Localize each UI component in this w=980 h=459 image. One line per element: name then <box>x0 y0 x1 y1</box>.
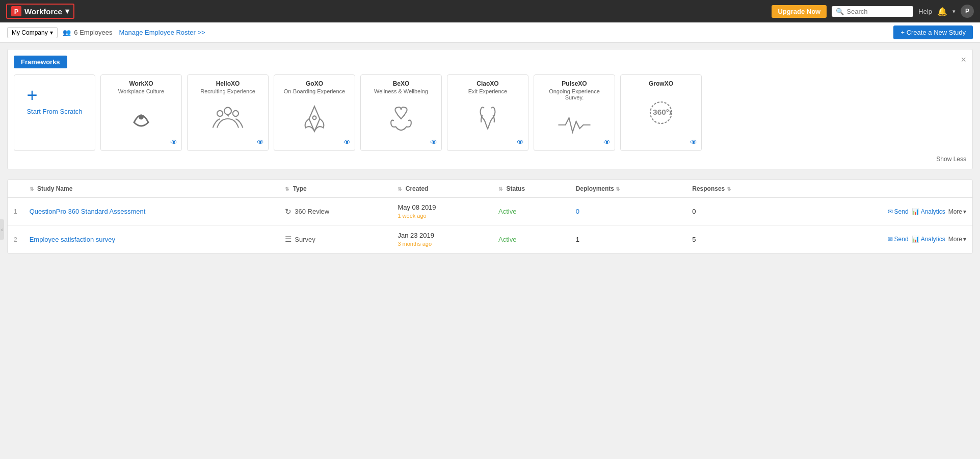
pulsexo-icon <box>557 105 592 145</box>
user-avatar[interactable]: P <box>961 5 974 18</box>
study-name-link-2[interactable]: Employee satisfaction survey <box>30 236 115 243</box>
analytics-button-2[interactable]: 📊 Analytics <box>912 236 945 243</box>
row-1-responses: 0 <box>686 198 791 226</box>
col-created[interactable]: ⇅ Created <box>391 180 492 198</box>
framework-card-helloxo[interactable]: HelloXO Recruiting Experience 👁 <box>187 74 269 151</box>
col-type[interactable]: ⇅ Type <box>279 180 391 198</box>
employees-group-icon: 👥 <box>63 29 71 36</box>
main-content: Frameworks × + Start From Scratch WorkXO… <box>0 43 980 260</box>
workxo-subtitle: Workplace Culture <box>118 88 164 94</box>
more-dropdown-1[interactable]: More ▾ <box>948 208 966 215</box>
more-chevron-1: ▾ <box>963 208 966 215</box>
show-less-link[interactable]: Show Less <box>936 156 966 163</box>
nav-left: P Workforce ▾ <box>6 4 74 19</box>
framework-card-growxo[interactable]: GrowXO 360° 👁 <box>620 74 702 151</box>
collapse-sidebar-button[interactable]: ‹ <box>0 219 4 240</box>
col-status[interactable]: ⇅ Status <box>492 180 570 198</box>
plus-icon: + <box>27 86 82 105</box>
framework-card-goxo[interactable]: GoXO On-Boarding Experience 👁 <box>274 74 355 151</box>
more-dropdown-2[interactable]: More ▾ <box>948 236 966 243</box>
my-company-label: My Company <box>12 29 48 36</box>
sort-icon-name: ⇅ <box>30 186 34 192</box>
manage-roster-link[interactable]: Manage Employee Roster >> <box>119 29 205 36</box>
row-2-responses: 5 <box>686 225 791 253</box>
send-button-1[interactable]: ✉ Send <box>888 208 909 215</box>
svg-text:360°: 360° <box>653 108 669 116</box>
close-frameworks-button[interactable]: × <box>961 55 966 65</box>
frameworks-button[interactable]: Frameworks <box>14 56 67 68</box>
workxo-icon <box>123 98 159 139</box>
frameworks-section: Frameworks × + Start From Scratch WorkXO… <box>7 49 973 169</box>
table-row: 2 Employee satisfaction survey ☰ Survey … <box>8 225 972 253</box>
sort-icon-responses: ⇅ <box>727 186 731 192</box>
framework-card-ciaoxo[interactable]: CiaoXO Exit Experience 👁 <box>447 74 528 151</box>
col-study-name[interactable]: ⇅ Study Name <box>23 180 279 198</box>
ciaoxo-subtitle: Exit Experience <box>468 88 507 94</box>
show-less-row: Show Less <box>14 155 966 163</box>
framework-card-scratch[interactable]: + Start From Scratch <box>14 74 95 151</box>
analytics-icon-1: 📊 <box>912 208 919 215</box>
goxo-title: GoXO <box>306 80 323 87</box>
eye-icon-pulsexo[interactable]: 👁 <box>603 138 611 146</box>
framework-card-bexo[interactable]: BeXO Wellness & Wellbeing 👁 <box>360 74 442 151</box>
row-1-type: ↻ 360 Review <box>279 198 391 226</box>
status-badge-2: Active <box>498 236 516 243</box>
more-label-1: More <box>948 208 962 215</box>
svg-point-4 <box>313 116 316 119</box>
sort-icon-deployments: ⇅ <box>616 186 620 192</box>
row-2-created: Jan 23 2019 3 months ago <box>391 225 492 253</box>
sub-nav-left: My Company ▾ 👥 6 Employees Manage Employ… <box>7 27 205 38</box>
col-actions <box>791 180 972 198</box>
eye-icon-helloxo[interactable]: 👁 <box>257 138 264 146</box>
help-link[interactable]: Help <box>918 8 932 15</box>
studies-table-section: ⇅ Study Name ⇅ Type ⇅ Created ⇅ Status <box>7 180 973 253</box>
type-label-2: Survey <box>295 236 315 243</box>
analytics-icon-2: 📊 <box>912 236 919 243</box>
svg-point-2 <box>217 111 223 116</box>
sub-navigation: My Company ▾ 👥 6 Employees Manage Employ… <box>0 22 980 43</box>
row-2-name: Employee satisfaction survey <box>23 225 279 253</box>
search-box[interactable]: 🔍 <box>832 6 913 17</box>
created-date-1: May 08 2019 <box>398 203 486 212</box>
col-num <box>8 180 23 198</box>
eye-icon-workxo[interactable]: 👁 <box>170 138 177 146</box>
framework-card-pulsexo[interactable]: PulseXO Ongoing Experience Survey. 👁 <box>534 74 615 151</box>
brand-logo[interactable]: P Workforce ▾ <box>6 4 74 19</box>
col-responses[interactable]: Responses ⇅ <box>686 180 791 198</box>
framework-card-workxo[interactable]: WorkXO Workplace Culture 👁 <box>100 74 182 151</box>
scratch-label: Start From Scratch <box>27 108 82 115</box>
goxo-subtitle: On-Boarding Experience <box>284 88 345 94</box>
row-2-type: ☰ Survey <box>279 225 391 253</box>
col-deployments[interactable]: Deployments ⇅ <box>570 180 686 198</box>
brand-name: Workforce <box>24 7 62 16</box>
send-button-2[interactable]: ✉ Send <box>888 236 909 243</box>
employees-count-label: 6 Employees <box>74 29 112 36</box>
svg-point-0 <box>140 115 143 119</box>
analytics-button-1[interactable]: 📊 Analytics <box>912 208 945 215</box>
study-name-link-1[interactable]: QuestionPro 360 Standard Assessment <box>30 208 146 215</box>
row-1-status: Active <box>492 198 570 226</box>
deployments-link-1[interactable]: 0 <box>576 208 579 215</box>
upgrade-button[interactable]: Upgrade Now <box>772 5 827 18</box>
bexo-icon <box>383 98 419 139</box>
brand-chevron-icon: ▾ <box>65 7 69 16</box>
create-new-study-button[interactable]: + Create a New Study <box>893 26 973 39</box>
more-label-2: More <box>948 236 962 243</box>
employees-count: 👥 6 Employees <box>63 29 114 36</box>
status-badge-1: Active <box>498 208 516 215</box>
type-360-icon: ↻ <box>285 207 292 216</box>
send-icon-2: ✉ <box>888 236 893 243</box>
eye-icon-bexo[interactable]: 👁 <box>430 138 437 146</box>
search-input[interactable] <box>846 8 908 15</box>
row-1-num: 1 <box>8 198 23 226</box>
notifications-bell-icon[interactable]: 🔔 <box>937 7 947 16</box>
my-company-dropdown[interactable]: My Company ▾ <box>7 27 58 38</box>
eye-icon-goxo[interactable]: 👁 <box>343 138 351 146</box>
row-2-num: 2 <box>8 225 23 253</box>
growxo-icon: 360° <box>643 92 679 133</box>
more-chevron-2: ▾ <box>963 236 966 243</box>
analytics-label-2: Analytics <box>921 236 945 243</box>
eye-icon-ciaoxo[interactable]: 👁 <box>517 138 524 146</box>
nav-chevron-icon: ▾ <box>952 8 956 15</box>
eye-icon-growxo[interactable]: 👁 <box>690 138 697 146</box>
